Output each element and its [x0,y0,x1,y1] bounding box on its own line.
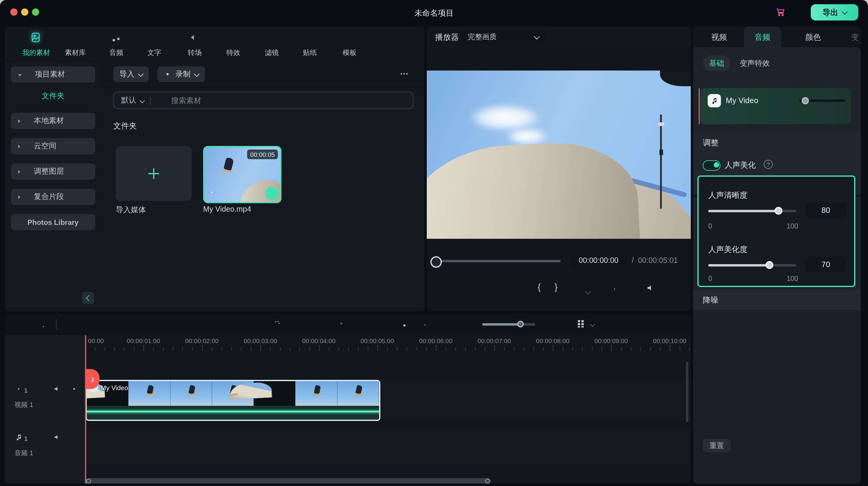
tab-effects[interactable]: 特效 [214,31,253,57]
timeline-vertical-scrollbar[interactable] [686,362,688,422]
denoise-section[interactable]: 降噪 [693,290,861,310]
tab-audio[interactable]: 音频 [97,31,135,57]
zoom-out-icon[interactable] [466,318,476,331]
playhead-beat-badge[interactable]: ♪ [86,369,99,389]
save-icon[interactable] [698,7,708,19]
apps-grid-icon[interactable] [756,7,766,19]
scrollbar-right-handle[interactable] [485,479,490,483]
sidebar-item-project-media[interactable]: 项目素材 [11,66,95,83]
add-track-icon[interactable] [14,338,23,349]
clip-marker-icon[interactable] [418,318,429,331]
beautify-slider-handle[interactable] [766,261,773,269]
tab-audio-active[interactable]: 音频 [755,32,770,43]
cloud-sync-icon[interactable] [717,7,727,19]
tab-stickers[interactable]: 贴纸 [290,31,329,57]
audio-clip-card[interactable]: My Video [701,88,851,124]
next-frame-button[interactable] [455,283,465,296]
track-height-icon[interactable] [576,318,586,331]
timeline-zoom-slider[interactable] [482,324,535,326]
color-palette-icon[interactable] [272,318,282,331]
video-preview[interactable] [427,70,691,239]
zoom-in-icon[interactable] [541,318,552,331]
delete-icon[interactable] [108,318,118,331]
tab-transitions[interactable]: 转场 [176,31,214,57]
timeline-clip[interactable]: My Video [86,380,380,421]
previous-frame-button[interactable] [439,283,449,296]
audio-list-icon[interactable] [398,318,408,331]
mark-out-button[interactable]: } [555,282,558,292]
subtab-basic[interactable]: 基础 [703,56,731,71]
marker-flag-icon[interactable] [357,318,367,331]
tab-filters[interactable]: 滤镜 [253,31,291,57]
export-button[interactable]: 导出 [811,4,858,21]
default-filter-dropdown[interactable]: 默认 [121,95,144,105]
help-icon[interactable]: ? [764,160,773,169]
account-icon[interactable] [793,7,803,19]
select-cursor-icon[interactable] [36,318,46,331]
split-scissors-icon[interactable] [128,318,138,331]
search-input[interactable] [170,96,353,105]
volume-button[interactable] [646,283,656,296]
import-button[interactable]: 导入 [113,66,149,82]
voiceover-mic-icon[interactable] [377,318,388,331]
fit-timeline-icon[interactable] [439,318,449,331]
current-timecode[interactable]: 00:00:00:00 [570,253,627,268]
timeline-horizontal-scrollbar[interactable] [86,478,491,484]
delete-folder-icon[interactable] [36,290,46,303]
timeline-zoom-handle[interactable] [517,321,524,328]
timeline-ruler[interactable]: 00:00 00:00:01:00 00:00:02:00 00:00:03:0… [85,335,691,352]
tab-templates[interactable]: 模板 [330,31,369,57]
keyframe-diamond-icon[interactable] [833,136,841,147]
new-folder-icon[interactable] [16,290,26,303]
collapse-sidebar-button[interactable] [82,292,94,304]
auto-split-icon[interactable] [66,338,75,349]
vocal-enhance-toggle[interactable] [703,160,720,171]
media-clip-tile[interactable]: 00:00:05 [203,146,281,203]
fullscreen-button[interactable] [666,283,676,296]
tab-my-media[interactable]: 我的素材 [17,31,56,57]
scrollbar-left-handle[interactable] [86,479,91,483]
hide-track-icon[interactable] [70,385,79,396]
lock-track-icon[interactable] [36,433,44,444]
clarity-slider-handle[interactable] [775,207,782,215]
speech-to-text-icon[interactable] [210,318,221,331]
layout-icon[interactable] [677,7,687,19]
tab-text[interactable]: 文字 [135,31,174,57]
support-headset-icon[interactable] [737,7,747,19]
store-cart-icon[interactable] [775,7,785,19]
play-button[interactable] [470,283,480,296]
playback-quality-dropdown[interactable]: 完整画质 [462,30,545,44]
split-view-icon[interactable] [640,31,650,44]
link-clips-icon[interactable] [33,338,41,349]
sidebar-item-local-media[interactable]: 本地素材 [11,113,95,129]
beautify-value-input[interactable]: 70 [806,257,846,272]
reset-button[interactable]: 重置 [703,439,731,452]
crop-icon[interactable] [149,318,159,331]
seek-slider-handle[interactable] [430,256,442,268]
seek-slider-track[interactable] [436,260,561,262]
speed-icon[interactable] [251,318,261,331]
text-tool-icon[interactable] [169,318,180,331]
lock-track-icon[interactable] [36,385,44,396]
record-button[interactable]: 录制 [157,66,205,82]
stop-button[interactable] [486,283,496,296]
mute-track-icon[interactable] [53,433,61,444]
render-preview-icon[interactable] [336,318,347,331]
sidebar-item-adjustment-layer[interactable]: 调整图层 [11,163,95,180]
scopes-icon[interactable] [664,31,675,44]
redo-icon[interactable] [87,318,98,331]
marker-button[interactable] [572,283,583,296]
mark-in-button[interactable]: { [538,282,541,292]
mute-track-icon[interactable] [53,385,61,396]
mask-icon[interactable] [190,318,200,331]
snapshot-button[interactable] [627,283,637,296]
track-height-chevron[interactable] [591,319,594,330]
undo-icon[interactable] [67,318,77,331]
import-media-tile[interactable] [116,146,192,201]
sidebar-item-compound-clip[interactable]: 复合片段 [11,189,95,205]
more-options-icon[interactable] [399,69,409,82]
playhead[interactable] [85,335,86,484]
tab-color[interactable]: 颜色 [805,32,821,43]
sidebar-item-folder-selected[interactable]: 文件夹 [11,91,95,101]
sidebar-item-photos-library[interactable]: Photos Library [11,214,95,230]
